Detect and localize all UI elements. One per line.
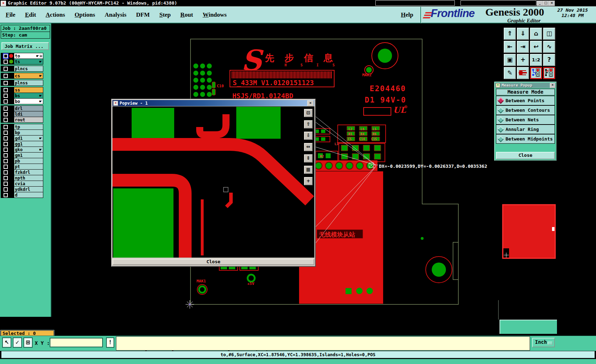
layer-visibility-checkbox[interactable] <box>4 159 8 163</box>
layer-visibility-checkbox[interactable] <box>4 153 8 158</box>
popview-canvas[interactable]: ⊡ ⇧ ⇩ ⇔ ⇕ ▦ + <box>112 106 314 258</box>
layer-visibility-checkbox[interactable] <box>4 54 8 58</box>
grid-mode-button[interactable]: ⊞ <box>23 337 33 348</box>
menu-file[interactable]: File <box>6 11 15 18</box>
layer-visibility-checkbox[interactable] <box>4 106 8 111</box>
zoom-in-button[interactable]: ⇑ <box>504 28 516 40</box>
layer-name-cell[interactable]: pb <box>14 158 43 164</box>
layer-visibility-checkbox[interactable] <box>4 94 8 98</box>
layer-row-cvia[interactable]: cvia <box>1 181 43 186</box>
confirm-mode-button[interactable]: ✓ <box>13 337 22 348</box>
layer-row-cs[interactable]: cs☛ <box>1 73 43 78</box>
scale-1-2-button[interactable]: 1:2 <box>530 54 542 66</box>
layer-name-cell[interactable]: drl <box>14 106 43 111</box>
layer-name-cell[interactable]: ss <box>14 87 43 93</box>
popview-pan-vertical-button[interactable]: ⇕ <box>304 154 313 162</box>
popview-zoom-button[interactable]: ⊡ <box>304 109 313 117</box>
layer-row-plnss[interactable]: plnss <box>1 80 43 86</box>
layer-row-tp[interactable]: tp <box>1 124 43 129</box>
layer-row-to[interactable]: to☛⊞ <box>1 53 43 59</box>
pan-left-button[interactable]: ⇤ <box>504 41 516 53</box>
layer-row-drl[interactable]: drl <box>1 106 43 111</box>
popview-pan-up-button[interactable]: ⇧ <box>304 120 313 128</box>
layer-name-cell[interactable]: cs☛ <box>14 73 43 78</box>
layer-row-pt[interactable]: pt <box>1 164 43 169</box>
zoom-out-button[interactable]: ⇓ <box>517 28 529 40</box>
layer-row-plncs[interactable]: plncs <box>1 66 43 71</box>
layer-visibility-checkbox[interactable] <box>4 60 8 64</box>
layer-visibility-checkbox[interactable] <box>4 112 8 116</box>
menu-options[interactable]: Options <box>74 11 95 18</box>
split-view-button[interactable]: ◫ <box>543 28 555 40</box>
layer-row-bo[interactable]: bo☛ <box>1 98 43 104</box>
layer-visibility-checkbox[interactable] <box>4 148 8 152</box>
popview-title-bar[interactable]: × Popview - 1 × <box>112 100 314 106</box>
layer-row-gd1[interactable]: gd1☛ <box>1 135 43 141</box>
layer-name-cell[interactable]: plncs <box>14 66 43 71</box>
layer-row-bp[interactable]: bp <box>1 129 43 135</box>
layer-name-cell[interactable]: to☛⊞ <box>14 53 43 59</box>
fit-view-button[interactable]: ▣ <box>504 54 516 66</box>
measure-popup-title-bar[interactable]: × Measure Popup × <box>495 83 556 88</box>
layer-row-bs[interactable]: bs☛ <box>1 93 43 98</box>
measure-option-between-midpoints[interactable]: Between Midpoints <box>496 134 555 144</box>
layer-name-cell[interactable]: plnss <box>14 80 43 86</box>
home-view-button[interactable]: ⌂ <box>530 28 542 40</box>
minimize-button[interactable]: _ <box>537 1 543 6</box>
layer-display-b-button[interactable] <box>543 67 555 79</box>
measure-popup-close-button[interactable]: Close <box>496 152 555 159</box>
help-button[interactable]: ? <box>543 54 555 66</box>
layer-row-gg1[interactable]: gg1 <box>1 141 43 147</box>
measure-option-between-contours[interactable]: Between Contours <box>496 105 555 115</box>
measure-option-between-nets[interactable]: Between Nets <box>496 115 555 125</box>
layer-row-d[interactable]: d <box>1 192 43 198</box>
layer-name-cell[interactable]: pt <box>14 164 43 169</box>
pan-right-button[interactable]: ⇥ <box>517 41 529 53</box>
layer-visibility-checkbox[interactable] <box>4 187 8 192</box>
layer-name-cell[interactable]: npth <box>14 175 43 181</box>
layer-row-gko[interactable]: gko☛ <box>1 147 43 152</box>
layer-name-cell[interactable]: bp <box>14 130 43 135</box>
layer-name-cell[interactable]: fzkdrl <box>14 170 43 175</box>
layer-visibility-checkbox[interactable] <box>4 125 8 129</box>
layer-visibility-checkbox[interactable] <box>4 142 8 146</box>
menu-help[interactable]: Help <box>401 11 413 18</box>
layer-row-ldi[interactable]: ldi <box>1 111 43 117</box>
measure-option-annular-ring[interactable]: Annular Ring <box>496 125 555 134</box>
layer-name-cell[interactable]: rout <box>14 117 43 122</box>
layer-row-rout[interactable]: rout <box>1 117 43 122</box>
layer-visibility-checkbox[interactable] <box>4 67 8 71</box>
menu-analysis[interactable]: Analysis <box>105 11 126 18</box>
layer-row-npth[interactable]: npth <box>1 175 43 181</box>
menu-step[interactable]: Step <box>159 11 171 18</box>
layer-visibility-checkbox[interactable] <box>4 136 8 140</box>
measure-popup-close-icon[interactable]: × <box>550 83 555 88</box>
layer-visibility-checkbox[interactable] <box>4 81 8 85</box>
alert-button[interactable]: ! <box>106 337 114 348</box>
popview-grid-button[interactable]: ▦ <box>304 166 313 174</box>
menu-dfm[interactable]: DFM <box>136 11 150 18</box>
tools-button[interactable]: ✎ <box>504 67 516 79</box>
menu-rout[interactable]: Rout <box>180 11 193 18</box>
select-mode-button[interactable]: ↖ <box>2 337 11 348</box>
popview-pan-horizontal-button[interactable]: ⇔ <box>304 143 313 151</box>
layer-visibility-checkbox[interactable] <box>4 74 8 78</box>
layer-visibility-checkbox[interactable] <box>4 182 8 186</box>
layer-row-ydkdrl[interactable]: ydkdrl <box>1 186 43 192</box>
layer-name-cell[interactable]: gd1☛ <box>14 136 43 141</box>
layer-name-cell[interactable]: gm1 <box>14 153 43 158</box>
layer-visibility-checkbox[interactable] <box>4 99 8 104</box>
layer-name-cell[interactable]: bo☛ <box>14 99 43 104</box>
route-path-button[interactable]: ∿ <box>543 41 555 53</box>
menu-edit[interactable]: Edit <box>25 11 36 18</box>
layer-row-ss[interactable]: ss <box>1 87 43 93</box>
layer-name-cell[interactable]: gko☛ <box>14 147 43 152</box>
layer-visibility-checkbox[interactable] <box>4 165 8 169</box>
popview-close-icon[interactable]: × <box>307 100 314 106</box>
close-button[interactable]: × <box>549 1 555 6</box>
restore-button[interactable]: □ <box>543 1 549 6</box>
layer-row-pb[interactable]: pb <box>1 158 43 164</box>
popview-close-button[interactable]: Close <box>112 259 314 265</box>
layer-visibility-checkbox[interactable] <box>4 131 8 135</box>
xy-coordinate-input[interactable] <box>50 338 103 347</box>
